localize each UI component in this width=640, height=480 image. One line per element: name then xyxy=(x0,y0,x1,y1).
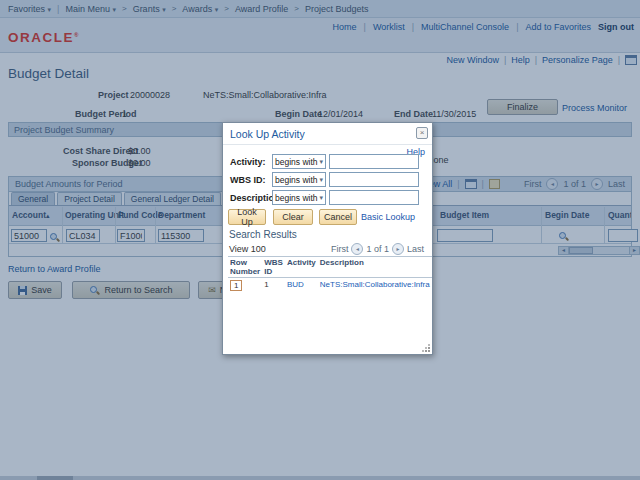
results-prev-icon[interactable]: ◄ xyxy=(351,243,363,255)
results-pagination: First ◄ 1 of 1 ► Last xyxy=(331,243,424,255)
caret-down-icon: ▾ xyxy=(319,194,323,202)
description-link[interactable]: NeTS:Small:Collaborative:Infra xyxy=(320,280,430,289)
description-operator-select[interactable]: begins with ▾ xyxy=(272,190,326,205)
results-view-row: View 100 First ◄ 1 of 1 ► Last xyxy=(229,243,424,255)
activity-link[interactable]: BUD xyxy=(287,280,304,289)
basic-lookup-link[interactable]: Basic Lookup xyxy=(361,212,415,222)
search-results-heading: Search Results xyxy=(229,229,297,240)
modal-resize-handle[interactable] xyxy=(422,344,430,352)
view-100-link[interactable]: View 100 xyxy=(229,244,266,254)
results-table: Row Number WBS ID Activity Description 1… xyxy=(228,256,432,293)
wbs-id-label: WBS ID: xyxy=(230,175,266,185)
activity-input[interactable] xyxy=(329,154,419,169)
operator-value: begins with xyxy=(275,157,318,167)
lookup-activity-modal: Look Up Activity × Help Activity: begins… xyxy=(222,122,433,355)
caret-down-icon: ▾ xyxy=(319,158,323,166)
results-last-link[interactable]: Last xyxy=(407,244,424,254)
wbs-id-input[interactable] xyxy=(329,172,419,187)
application-window: Favorites ▾ | Main Menu ▾ > Grants ▾ > A… xyxy=(0,0,640,480)
activity-operator-select[interactable]: begins with ▾ xyxy=(272,154,326,169)
row-number-cell[interactable]: 1 xyxy=(230,280,242,291)
results-page-counter: 1 of 1 xyxy=(366,244,389,254)
operator-value: begins with xyxy=(275,175,318,185)
results-header-row: Row Number WBS ID Activity Description xyxy=(228,257,432,278)
modal-divider xyxy=(223,144,432,145)
caret-down-icon: ▾ xyxy=(319,176,323,184)
close-icon[interactable]: × xyxy=(416,127,428,139)
modal-title: Look Up Activity xyxy=(230,128,305,140)
cancel-button[interactable]: Cancel xyxy=(319,209,357,225)
results-row[interactable]: 1 1 BUD NeTS:Small:Collaborative:Infra xyxy=(228,278,432,294)
column-activity[interactable]: Activity xyxy=(285,257,318,278)
wbs-id-cell: 1 xyxy=(262,278,285,294)
column-description[interactable]: Description xyxy=(318,257,432,278)
description-input[interactable] xyxy=(329,190,419,205)
results-next-icon[interactable]: ► xyxy=(392,243,404,255)
operator-value: begins with xyxy=(275,193,318,203)
activity-label: Activity: xyxy=(230,157,266,167)
results-first-link[interactable]: First xyxy=(331,244,349,254)
clear-button[interactable]: Clear xyxy=(273,209,313,225)
column-row-number[interactable]: Row Number xyxy=(228,257,262,278)
column-wbs-id[interactable]: WBS ID xyxy=(262,257,285,278)
wbs-id-operator-select[interactable]: begins with ▾ xyxy=(272,172,326,187)
look-up-button[interactable]: Look Up xyxy=(228,209,266,225)
